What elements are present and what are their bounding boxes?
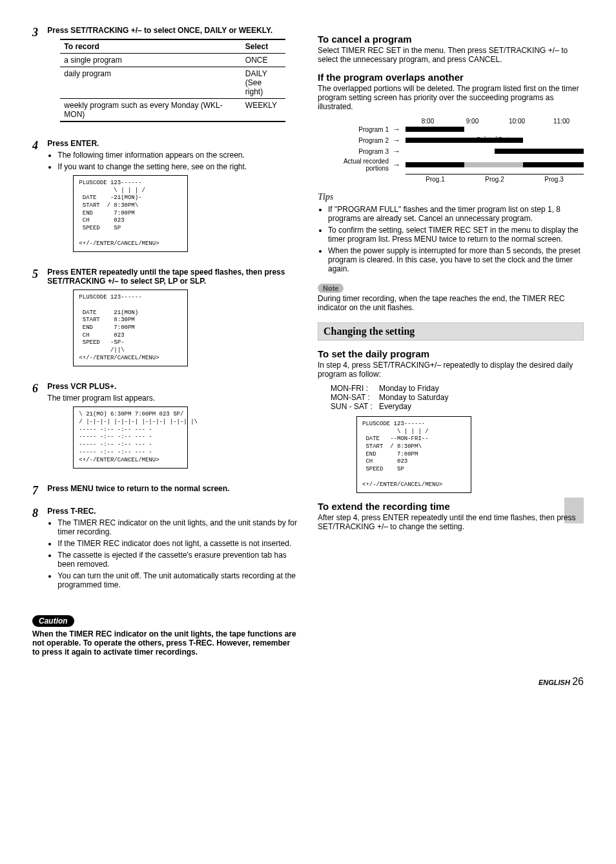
step-number: 6 <box>32 382 45 395</box>
right-column: To cancel a program Select TIMER REC SET… <box>318 26 584 657</box>
section-text: Select TIMER REC SET in the menu. Then p… <box>318 46 584 64</box>
table-cell: weekly program such as every Monday (WKL… <box>60 99 241 122</box>
section-text: The overlapped portions will be deleted.… <box>318 84 584 111</box>
step-title: Press VCR PLUS+. <box>47 382 297 391</box>
caution-text: When the TIMER REC indicator on the unit… <box>32 629 298 657</box>
table-cell: DAILY (See right) <box>241 67 285 99</box>
step-6: 6 Press VCR PLUS+. The timer program lis… <box>32 382 298 475</box>
step-7: 7 Press MENU twice to return to the norm… <box>32 484 298 498</box>
screen-display: PLUSCODE 123------ \ | | | / DATE --MON-… <box>356 416 471 493</box>
step-subtitle: The timer program list appears. <box>47 394 297 403</box>
timeline-label: Actual recorded portions <box>331 158 393 172</box>
daily-list: MON-FRI :Monday to Friday MON-SAT :Monda… <box>331 384 584 411</box>
bullet: If the TIMER REC indicator does not ligh… <box>57 539 297 548</box>
step-title: Press MENU twice to return to the normal… <box>47 484 297 493</box>
note-label: Note <box>318 284 344 293</box>
step-title: Press ENTER. <box>47 139 297 148</box>
arrow-icon: → <box>393 147 406 156</box>
axis-tick: 10:00 <box>495 118 539 125</box>
table-cell: ONCE <box>241 54 285 67</box>
bullet: When the power supply is interrupted for… <box>328 246 584 273</box>
note-text: During timer recording, when the tape re… <box>318 294 584 312</box>
prog-label: Prog.3 <box>524 176 584 183</box>
bullet: If "PROGRAM FULL" flashes and the timer … <box>328 205 584 223</box>
select-table: To record Select a single program ONCE d… <box>60 39 285 122</box>
deleted-note: Deleted Parts <box>477 136 512 142</box>
section-heading: To cancel a program <box>318 34 584 45</box>
section-heading: To extend the recording time <box>318 501 584 512</box>
step-3: 3 Press SET/TRACKING +/– to select ONCE,… <box>32 26 298 130</box>
prog-label: Prog.1 <box>406 176 465 183</box>
daily-val: Monday to Saturday <box>379 393 448 402</box>
arrow-icon: → <box>393 125 406 134</box>
tips-label: Tips <box>318 192 584 202</box>
bullet: If you want to change the setting here, … <box>57 162 297 171</box>
bullet: You can turn the unit off. The unit auto… <box>57 571 297 589</box>
timeline-label: Program 3 <box>331 148 393 155</box>
step-5: 5 Press ENTER repeatedly until the tape … <box>32 268 298 373</box>
changing-heading: Changing the setting <box>318 322 584 341</box>
overlap-diagram: 8:00 9:00 10:00 11:00 Program 1 → Progra… <box>331 118 584 183</box>
section-heading: To set the daily program <box>318 348 584 359</box>
step-number: 8 <box>32 507 45 520</box>
bullet: To confirm the setting, select TIMER REC… <box>328 226 584 244</box>
arrow-icon: → <box>393 136 406 145</box>
step-number: 5 <box>32 268 45 281</box>
section-text: After step 4, press ENTER repeatedly unt… <box>318 513 584 531</box>
bullet: The following timer information appears … <box>57 151 297 160</box>
timeline-label: Program 1 <box>331 126 393 133</box>
daily-key: SUN - SAT : <box>331 402 379 411</box>
prog-label: Prog.2 <box>465 176 524 183</box>
timeline-label: Program 2 <box>331 137 393 144</box>
bullet: The TIMER REC indicator on the unit ligh… <box>57 518 297 536</box>
axis-tick: 11:00 <box>539 118 584 125</box>
step-number: 3 <box>32 26 45 39</box>
step-number: 7 <box>32 484 45 498</box>
step-8: 8 Press T-REC. The TIMER REC indicator o… <box>32 507 298 593</box>
step-title: Press T-REC. <box>47 507 297 516</box>
section-text: In step 4, press SET/TRACKING+/– repeate… <box>318 361 584 379</box>
table-header: To record <box>60 39 241 54</box>
left-column: 3 Press SET/TRACKING +/– to select ONCE,… <box>32 26 298 657</box>
daily-val: Everyday <box>379 402 411 411</box>
screen-display: PLUSCODE 123------ DATE 21(MON) START 8:… <box>73 290 188 366</box>
table-header: Select <box>241 39 285 54</box>
daily-key: MON-SAT : <box>331 393 379 402</box>
section-heading: If the program overlaps another <box>318 72 584 83</box>
screen-display: \ 21(MO) 6:30PM 7:00PM 023 SP/ / |-|-|-|… <box>73 406 188 469</box>
arrow-icon: → <box>393 160 406 169</box>
table-cell: a single program <box>60 54 241 67</box>
daily-key: MON-FRI : <box>331 384 379 393</box>
axis-tick: 8:00 <box>406 118 450 125</box>
footer-lang: ENGLISH <box>539 679 570 686</box>
axis-tick: 9:00 <box>450 118 495 125</box>
bullet: The cassette is ejected if the cassette'… <box>57 551 297 569</box>
page-footer: ENGLISH 26 <box>32 676 584 688</box>
footer-page: 26 <box>572 676 584 687</box>
step-title: Press SET/TRACKING +/– to select ONCE, D… <box>47 26 297 35</box>
table-cell: daily program <box>60 67 241 99</box>
step-4: 4 Press ENTER. The following timer infor… <box>32 139 298 258</box>
step-number: 4 <box>32 139 45 153</box>
step-title: Press ENTER repeatedly until the tape sp… <box>47 268 297 286</box>
table-cell: WEEKLY <box>241 99 285 122</box>
screen-display: PLUSCODE 123------ \ | | | / DATE -21(MO… <box>73 175 188 252</box>
caution-label: Caution <box>32 615 74 627</box>
daily-val: Monday to Friday <box>379 384 439 393</box>
